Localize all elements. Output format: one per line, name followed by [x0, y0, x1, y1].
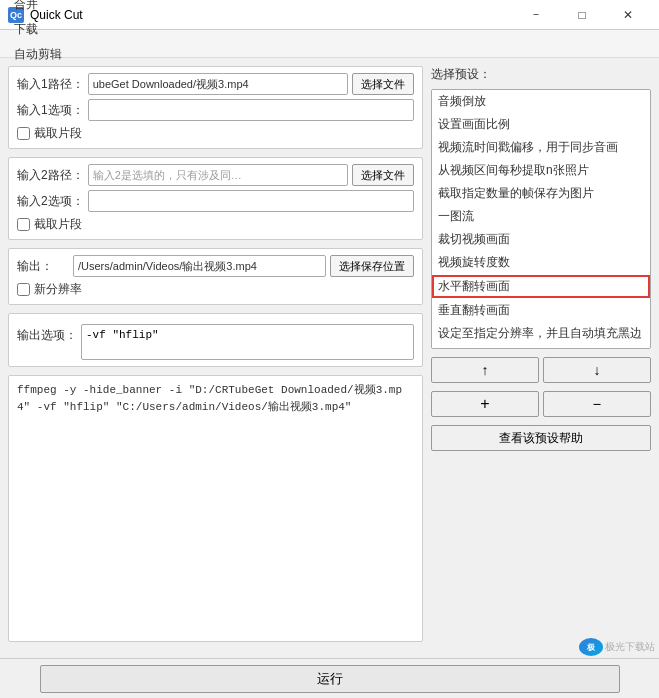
- run-button[interactable]: 运行: [40, 665, 620, 693]
- output-options-field[interactable]: [81, 324, 414, 360]
- arrow-buttons: ↑ ↓: [431, 357, 651, 383]
- app-title: Quick Cut: [30, 8, 513, 22]
- preset-item[interactable]: 音频倒放: [432, 90, 650, 113]
- preset-item[interactable]: 视频或音乐添加封面图片: [432, 345, 650, 349]
- preset-help-button[interactable]: 查看该预设帮助: [431, 425, 651, 451]
- main-content: 输入1路径： 选择文件 输入1选项： 截取片段 输入2路径： 选择文件 输入2选…: [0, 58, 659, 698]
- command-area: ffmpeg -y -hide_banner -i "D:/CRTubeGet …: [8, 375, 423, 642]
- command-text: ffmpeg -y -hide_banner -i "D:/CRTubeGet …: [17, 382, 414, 415]
- window-controls: － □ ✕: [513, 0, 651, 30]
- output-resolution-row: 新分辨率: [17, 281, 414, 298]
- watermark-text: 极光下载站: [605, 640, 655, 654]
- input1-select-button[interactable]: 选择文件: [352, 73, 414, 95]
- preset-item[interactable]: 裁切视频画面: [432, 228, 650, 251]
- output-options-label: 输出选项：: [17, 324, 77, 344]
- output-resolution-checkbox[interactable]: [17, 283, 30, 296]
- watermark-logo: 极: [579, 638, 603, 656]
- preset-down-button[interactable]: ↓: [543, 357, 651, 383]
- preset-label: 选择预设：: [431, 66, 651, 83]
- maximize-button[interactable]: □: [559, 0, 605, 30]
- input1-clip-label: 截取片段: [34, 125, 82, 142]
- input1-options-label: 输入1选项：: [17, 102, 84, 119]
- bottom-bar: 运行: [0, 658, 659, 698]
- menu-item-自动剪辑[interactable]: 自动剪辑: [4, 42, 72, 67]
- input2-options-row: 输入2选项：: [17, 190, 414, 212]
- input1-clip-row: 截取片段: [17, 125, 414, 142]
- preset-item[interactable]: 视频旋转度数: [432, 251, 650, 274]
- input2-path-field[interactable]: [88, 164, 348, 186]
- preset-item[interactable]: 从视频区间每秒提取n张照片: [432, 159, 650, 182]
- close-button[interactable]: ✕: [605, 0, 651, 30]
- title-bar: Qc Quick Cut － □ ✕: [0, 0, 659, 30]
- output-resolution-label: 新分辨率: [34, 281, 82, 298]
- preset-item[interactable]: 设置画面比例: [432, 113, 650, 136]
- menu-item-下载[interactable]: 下载: [4, 17, 72, 42]
- input2-group: 输入2路径： 选择文件 输入2选项： 截取片段: [8, 157, 423, 240]
- input1-path-field[interactable]: [88, 73, 348, 95]
- input2-select-button[interactable]: 选择文件: [352, 164, 414, 186]
- input1-group: 输入1路径： 选择文件 输入1选项： 截取片段: [8, 66, 423, 149]
- output-options-group: 输出选项：: [8, 313, 423, 367]
- preset-item[interactable]: 视频流时间戳偏移，用于同步音画: [432, 136, 650, 159]
- input1-clip-checkbox[interactable]: [17, 127, 30, 140]
- input2-options-label: 输入2选项：: [17, 193, 84, 210]
- preset-up-button[interactable]: ↑: [431, 357, 539, 383]
- minimize-button[interactable]: －: [513, 0, 559, 30]
- output-group: 输出： 选择保存位置 新分辨率: [8, 248, 423, 305]
- input2-path-label: 输入2路径：: [17, 167, 84, 184]
- input1-path-row: 输入1路径： 选择文件: [17, 73, 414, 95]
- input2-clip-row: 截取片段: [17, 216, 414, 233]
- add-remove-buttons: + －: [431, 391, 651, 417]
- right-panel: 选择预设： 音频倒放设置画面比例视频流时间戳偏移，用于同步音画从视频区间每秒提取…: [431, 66, 651, 690]
- output-path-field[interactable]: [73, 255, 326, 277]
- input1-options-field[interactable]: [88, 99, 414, 121]
- preset-item[interactable]: 一图流: [432, 205, 650, 228]
- preset-item[interactable]: 设定至指定分辨率，并且自动填充黑边: [432, 322, 650, 345]
- input2-path-row: 输入2路径： 选择文件: [17, 164, 414, 186]
- output-path-label: 输出：: [17, 258, 69, 275]
- input1-options-row: 输入1选项：: [17, 99, 414, 121]
- menu-bar: FFmpeg分割合并下载自动剪辑字幕设置帮助: [0, 30, 659, 58]
- left-panel: 输入1路径： 选择文件 输入1选项： 截取片段 输入2路径： 选择文件 输入2选…: [8, 66, 423, 690]
- preset-item[interactable]: 垂直翻转画面: [432, 299, 650, 322]
- preset-item[interactable]: 水平翻转画面: [432, 275, 650, 298]
- preset-add-button[interactable]: +: [431, 391, 539, 417]
- preset-list[interactable]: 音频倒放设置画面比例视频流时间戳偏移，用于同步音画从视频区间每秒提取n张照片截取…: [431, 89, 651, 349]
- input2-clip-label: 截取片段: [34, 216, 82, 233]
- watermark: 极 极光下载站: [579, 638, 655, 656]
- output-path-row: 输出： 选择保存位置: [17, 255, 414, 277]
- input2-clip-checkbox[interactable]: [17, 218, 30, 231]
- preset-item[interactable]: 截取指定数量的帧保存为图片: [432, 182, 650, 205]
- output-options-row: 输出选项：: [17, 324, 414, 360]
- input1-path-label: 输入1路径：: [17, 76, 84, 93]
- preset-remove-button[interactable]: －: [543, 391, 651, 417]
- output-select-button[interactable]: 选择保存位置: [330, 255, 414, 277]
- input2-options-field[interactable]: [88, 190, 414, 212]
- menu-item-合并[interactable]: 合并: [4, 0, 72, 17]
